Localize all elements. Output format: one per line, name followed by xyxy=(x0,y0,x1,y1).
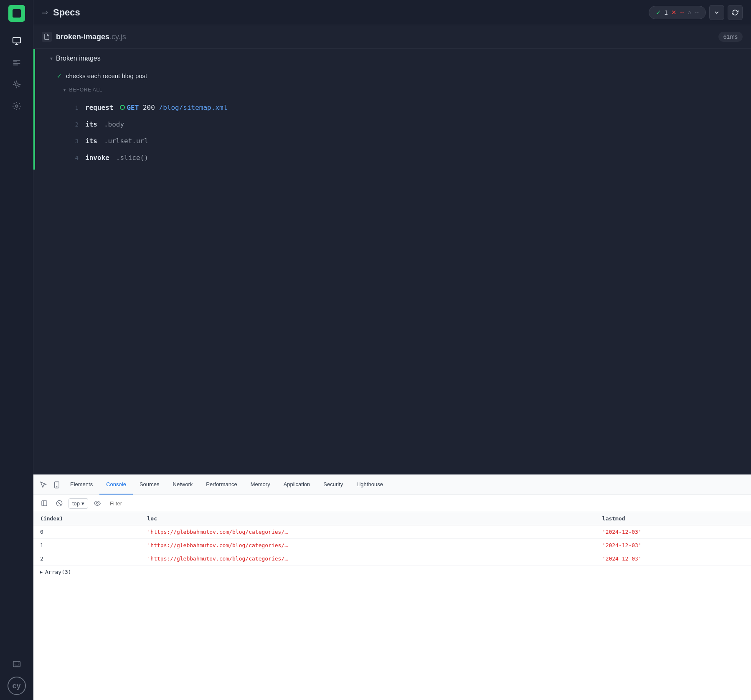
cy-logo[interactable]: cy xyxy=(8,677,26,695)
svg-rect-0 xyxy=(13,38,20,43)
page-title: Specs xyxy=(53,7,80,18)
console-block-icon[interactable] xyxy=(53,497,65,509)
tab-memory[interactable]: Memory xyxy=(244,475,277,495)
devtools-panel: Elements Console Sources Network Perform… xyxy=(33,474,751,700)
sidebar-item-debug[interactable] xyxy=(8,75,26,94)
devtools-device-icon[interactable] xyxy=(50,478,63,492)
devtools-tabs: Elements Console Sources Network Perform… xyxy=(33,475,751,495)
main-content: ⇒ Specs ✓ 1 ✕ -- ○ -- xyxy=(33,0,751,700)
devtools-selector-icon[interactable] xyxy=(37,478,50,492)
logo-inner xyxy=(13,9,21,18)
context-dropdown-icon: ▾ xyxy=(81,500,84,507)
pending-count: -- xyxy=(695,9,699,16)
array-label: Array(3) xyxy=(45,569,71,575)
tab-lighthouse[interactable]: Lighthouse xyxy=(350,475,390,495)
file-ext: .cy.js xyxy=(109,33,126,41)
col-header-lastmod: lastmod xyxy=(596,512,751,525)
svg-point-6 xyxy=(15,105,18,107)
dropdown-button[interactable] xyxy=(709,5,724,20)
status-badge: ✓ 1 ✕ -- ○ -- xyxy=(649,6,706,19)
code-request-keyword: request xyxy=(85,103,113,113)
keyboard-shortcut-icon[interactable] xyxy=(8,655,26,673)
line-number-2: 2 xyxy=(70,120,79,129)
code-its-keyword-1: its xyxy=(85,119,97,129)
tab-network[interactable]: Network xyxy=(166,475,200,495)
test-duration: 61ms xyxy=(718,32,743,42)
col-header-index: (index) xyxy=(33,512,141,525)
test-label: checks each recent blog post xyxy=(66,72,147,79)
svg-point-14 xyxy=(96,502,98,504)
sidebar-item-monitor[interactable] xyxy=(8,32,26,50)
console-sidebar-toggle[interactable] xyxy=(38,497,50,509)
line-number-1: 1 xyxy=(70,104,79,112)
tab-application[interactable]: Application xyxy=(277,475,317,495)
suite-chevron-icon: ▾ xyxy=(50,56,53,61)
context-label: top xyxy=(72,500,80,507)
console-table: (index) loc lastmod 0 'https://glebbahmu… xyxy=(33,512,751,566)
cell-index-2: 2 xyxy=(33,552,141,566)
code-chain-urlset: .urlset.url xyxy=(104,136,148,146)
pass-count: 1 xyxy=(665,9,668,16)
console-eye-icon[interactable] xyxy=(91,497,103,509)
cell-loc-2: 'https://glebbahmutov.com/blog/categorie… xyxy=(141,552,596,566)
cell-lastmod-0: '2024-12-03' xyxy=(596,525,751,539)
line-number-4: 4 xyxy=(70,154,79,162)
code-line-1-content: GET 200 /blog/sitemap.xml xyxy=(120,103,227,113)
code-line-1: 1 request GET 200 /blog/sitemap.xml xyxy=(42,99,751,116)
svg-point-5 xyxy=(15,83,18,86)
cell-loc-0: 'https://glebbahmutov.com/blog/categorie… xyxy=(141,525,596,539)
pass-check-icon: ✓ xyxy=(656,9,661,16)
topbar: ⇒ Specs ✓ 1 ✕ -- ○ -- xyxy=(33,0,751,25)
table-row: 0 'https://glebbahmutov.com/blog/categor… xyxy=(33,525,751,539)
cell-index-0: 0 xyxy=(33,525,141,539)
tab-security[interactable]: Security xyxy=(317,475,350,495)
svg-line-13 xyxy=(57,501,61,505)
test-item[interactable]: ✓ checks each recent blog post xyxy=(42,68,751,84)
cell-lastmod-1: '2024-12-03' xyxy=(596,539,751,552)
app-logo[interactable] xyxy=(8,5,25,22)
tab-sources[interactable]: Sources xyxy=(133,475,166,495)
table-row: 1 'https://glebbahmutov.com/blog/categor… xyxy=(33,539,751,552)
before-all-header[interactable]: ▾ BEFORE ALL xyxy=(42,84,751,96)
test-container: ▾ Broken images ✓ checks each recent blo… xyxy=(33,49,751,170)
sidebar-item-list[interactable] xyxy=(8,53,26,72)
table-row: 2 'https://glebbahmutov.com/blog/categor… xyxy=(33,552,751,566)
topbar-arrow-icon: ⇒ xyxy=(42,8,48,17)
code-line-4: 4 invoke .slice() xyxy=(42,150,751,166)
console-output: (index) loc lastmod 0 'https://glebbahmu… xyxy=(33,512,751,700)
file-icon xyxy=(42,32,52,42)
col-header-loc: loc xyxy=(141,512,596,525)
code-line-3: 3 its .urlset.url xyxy=(42,133,751,150)
suite-label: Broken images xyxy=(56,55,101,62)
tab-performance[interactable]: Performance xyxy=(199,475,244,495)
cell-index-1: 1 xyxy=(33,539,141,552)
before-all-label: BEFORE ALL xyxy=(69,87,102,93)
file-header: broken-images.cy.js 61ms xyxy=(33,25,751,49)
spec-panel: broken-images.cy.js 61ms ▾ Broken images… xyxy=(33,25,751,474)
array-footer[interactable]: ▶ Array(3) xyxy=(33,566,751,578)
refresh-button[interactable] xyxy=(728,5,743,20)
request-status-dot xyxy=(120,105,125,110)
code-line-2: 2 its .body xyxy=(42,116,751,133)
svg-point-9 xyxy=(56,486,57,487)
test-pass-icon: ✓ xyxy=(57,73,62,79)
sidebar: cy xyxy=(0,0,33,700)
code-chain-body: .body xyxy=(104,119,124,129)
sidebar-item-settings[interactable] xyxy=(8,97,26,115)
cell-loc-1: 'https://glebbahmutov.com/blog/categorie… xyxy=(141,539,596,552)
table-header-row: (index) loc lastmod xyxy=(33,512,751,525)
fail-x-icon: ✕ xyxy=(671,9,677,16)
topbar-right: ✓ 1 ✕ -- ○ -- xyxy=(649,5,743,20)
pending-o-icon: ○ xyxy=(688,9,691,16)
tab-elements[interactable]: Elements xyxy=(63,475,99,495)
table-body: 0 'https://glebbahmutov.com/blog/categor… xyxy=(33,525,751,566)
code-its-keyword-2: its xyxy=(85,136,97,146)
fail-count: -- xyxy=(680,9,684,16)
sidebar-bottom: cy xyxy=(8,655,26,695)
console-filter-input[interactable] xyxy=(107,499,746,508)
tab-console[interactable]: Console xyxy=(99,475,133,495)
code-invoke-keyword: invoke xyxy=(85,153,109,163)
context-selector[interactable]: top ▾ xyxy=(69,498,88,509)
code-area: 1 request GET 200 /blog/sitemap.xml 2 it… xyxy=(42,96,751,170)
suite-header[interactable]: ▾ Broken images xyxy=(42,49,751,68)
